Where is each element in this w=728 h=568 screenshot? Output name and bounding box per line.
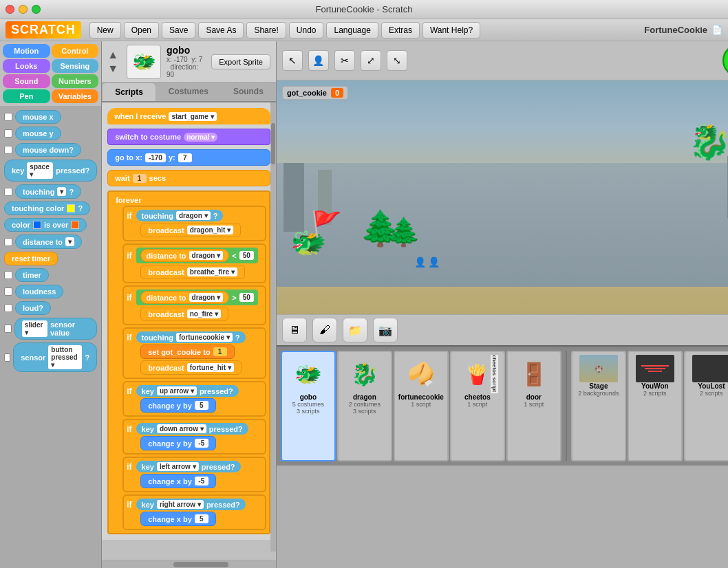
block-change-y-pos[interactable]: change y by 5 — [140, 398, 216, 413]
key-right-condition[interactable]: key right arrow ▾ pressed? — [136, 499, 246, 510]
change-y-neg-value[interactable]: -5 — [195, 439, 208, 448]
costume-dropdown[interactable]: normal ▾ — [184, 133, 217, 142]
breathe-fire-dropdown[interactable]: breathe_fire ▾ — [187, 267, 237, 276]
distance-dropdown[interactable]: ▾ — [65, 237, 74, 246]
cursor-tool[interactable]: ↖ — [282, 50, 303, 71]
block-change-y-neg[interactable]: change y by -5 — [140, 436, 216, 450]
broadcast-dragon-hit[interactable]: broadcast dragon_hit ▾ — [140, 223, 241, 237]
key-down-dropdown[interactable]: down arrow ▾ — [157, 424, 206, 433]
touching-dragon-condition[interactable]: touching dragon ▾ ? — [136, 210, 224, 221]
block-loud-checkbox[interactable] — [4, 304, 12, 312]
stage-card-stage[interactable]: 🏰 Stage 2 backgrounds — [571, 351, 626, 461]
sprite-card-dragon[interactable]: 🐉 dragon 2 costumes3 scripts — [337, 351, 392, 461]
sprite-card-gobo[interactable]: 🐲 gobo 5 costumes3 scripts — [281, 351, 336, 461]
scrollbar-horizontal[interactable] — [102, 560, 276, 568]
scissors-tool[interactable]: ✂ — [334, 50, 355, 71]
share-button[interactable]: Share! — [246, 22, 286, 39]
category-looks[interactable]: Looks — [3, 59, 50, 73]
category-variables[interactable]: Variables — [52, 89, 99, 103]
block-mouse-y-checkbox[interactable] — [4, 129, 12, 138]
category-sound[interactable]: Sound — [3, 74, 50, 88]
block-sensor-btn[interactable]: sensor button pressed ▾ ? — [13, 342, 97, 372]
block-goto-xy[interactable]: go to x: -170 y: 7 — [107, 149, 270, 166]
save-button[interactable]: Save — [162, 22, 195, 39]
save-as-button[interactable]: Save As — [198, 22, 244, 39]
scrollbar-vertical[interactable] — [270, 102, 276, 551]
maximize-button[interactable] — [32, 5, 41, 14]
expand-tool[interactable]: ⤢ — [361, 50, 381, 71]
block-color-over[interactable]: color is over — [4, 218, 87, 232]
dist-dragon-dropdown1[interactable]: dragon ▾ — [189, 251, 224, 260]
block-touching-color[interactable]: touching color ? — [4, 201, 90, 215]
extras-button[interactable]: Extras — [381, 22, 420, 39]
sensor-btn-dropdown[interactable]: button pressed ▾ — [48, 345, 82, 369]
dist-value-50-2[interactable]: 50 — [239, 293, 254, 302]
block-slider-sensor[interactable]: slider ▾ sensor value — [14, 318, 98, 340]
key-left-condition[interactable]: key left arrow ▾ pressed? — [136, 461, 241, 472]
block-loud[interactable]: loud? — [15, 301, 51, 315]
open-button[interactable]: Open — [124, 22, 159, 39]
stage-card-youlost[interactable]: YouLost 2 scripts — [684, 351, 728, 461]
tab-sounds[interactable]: Sounds — [221, 83, 276, 101]
color-swatch-2[interactable] — [33, 221, 41, 229]
block-mouse-down-checkbox[interactable] — [4, 146, 12, 154]
key-up-condition[interactable]: key up arrow ▾ pressed? — [136, 385, 239, 397]
change-x-pos-value[interactable]: 5 — [195, 514, 208, 523]
start-game-dropdown[interactable]: start_game ▾ — [169, 112, 216, 121]
category-motion[interactable]: Motion — [3, 44, 50, 58]
shrink-tool[interactable]: ⤡ — [387, 50, 407, 71]
category-control[interactable]: Control — [52, 44, 99, 58]
paint-btn[interactable]: 🖌 — [312, 318, 337, 342]
block-change-x-pos[interactable]: change x by 5 — [140, 512, 216, 526]
block-slider-checkbox[interactable] — [4, 325, 12, 333]
wait-input[interactable]: 1 — [133, 174, 147, 183]
sprite-card-fortunecookie[interactable]: 🥠 fortunecookie 1 script — [394, 351, 449, 461]
key-right-dropdown[interactable]: right arrow ▾ — [157, 500, 204, 509]
dist-dragon-dropdown2[interactable]: dragon ▾ — [189, 293, 224, 302]
category-sensing[interactable]: Sensing — [52, 59, 99, 73]
minimize-button[interactable] — [19, 5, 28, 14]
green-flag-button[interactable]: ⚑ — [722, 44, 728, 77]
block-sensor-btn-checkbox[interactable] — [4, 353, 10, 362]
change-y-pos-value[interactable]: 5 — [195, 401, 208, 410]
touching-dragon-dropdown[interactable]: dragon ▾ — [176, 211, 211, 220]
sprite-card-door[interactable]: 🚪 door 1 script — [506, 351, 561, 461]
fortune-hit-dropdown[interactable]: fortune_hit ▾ — [187, 363, 234, 372]
no-fire-dropdown[interactable]: no_fire ▾ — [187, 309, 221, 318]
distance-to-dragon[interactable]: distance to dragon ▾ — [140, 249, 230, 262]
color-swatch-3[interactable] — [71, 221, 79, 229]
got-cookie-value[interactable]: 1 — [213, 347, 227, 356]
tab-scripts[interactable]: Scripts — [102, 83, 156, 101]
block-wait[interactable]: wait 1 secs — [107, 170, 270, 186]
export-sprite-button[interactable]: Export Sprite — [211, 54, 270, 69]
broadcast-fortune-hit[interactable]: broadcast fortune_hit ▾ — [140, 360, 242, 375]
key-dropdown[interactable]: space ▾ — [27, 162, 53, 179]
block-timer[interactable]: timer — [15, 268, 49, 282]
block-mouse-x[interactable]: mouse x — [15, 110, 61, 124]
goto-y-input[interactable]: 7 — [178, 153, 192, 162]
close-button[interactable] — [6, 5, 14, 14]
color-swatch-1[interactable] — [67, 204, 75, 212]
dragon-hit-dropdown[interactable]: dragon_hit ▾ — [187, 226, 233, 234]
stamp-tool[interactable]: 👤 — [308, 50, 329, 71]
dist-value-50-1[interactable]: 50 — [239, 251, 254, 260]
touching-dropdown[interactable]: ▾ — [57, 187, 66, 196]
key-up-dropdown[interactable]: up arrow ▾ — [157, 386, 197, 395]
block-loudness-checkbox[interactable] — [4, 287, 12, 296]
category-numbers[interactable]: Numbers — [52, 74, 99, 88]
block-switch-costume[interactable]: switch to costume normal ▾ — [107, 129, 270, 145]
block-mouse-y[interactable]: mouse y — [15, 127, 61, 140]
block-key-pressed[interactable]: key space ▾ pressed? — [4, 160, 97, 182]
language-button[interactable]: Language — [326, 22, 378, 39]
distance-gt-condition[interactable]: distance to dragon ▾ > 50 — [136, 290, 258, 305]
block-timer-checkbox[interactable] — [4, 271, 12, 279]
tab-costumes[interactable]: Costumes — [156, 83, 221, 101]
block-forever[interactable]: forever if touching dragon ▾ ? — [107, 190, 270, 534]
touching-cookie-condition[interactable]: touching fortunecookie ▾ ? — [136, 331, 246, 343]
arrow-up[interactable]: ▲ — [107, 49, 118, 61]
block-mouse-down[interactable]: mouse down? — [15, 143, 81, 157]
broadcast-no-fire[interactable]: broadcast no_fire ▾ — [140, 307, 228, 321]
help-button[interactable]: Want Help? — [422, 22, 480, 39]
undo-button[interactable]: Undo — [289, 22, 324, 39]
broadcast-breathe-fire[interactable]: broadcast breathe_fire ▾ — [140, 265, 245, 279]
